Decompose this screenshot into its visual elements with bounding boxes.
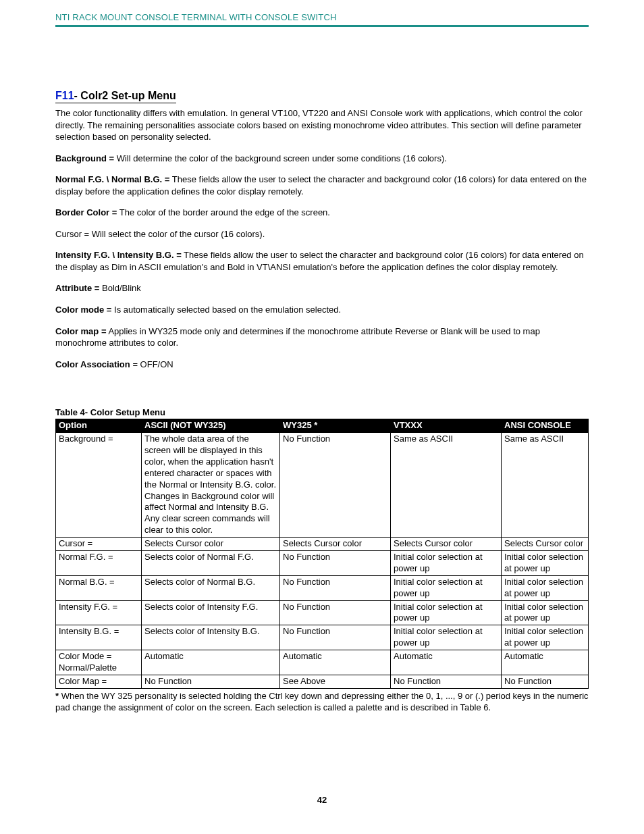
colormode-text: Is automatically selected based on the e…: [111, 305, 341, 315]
cell: Selects color of Intensity F.G.: [142, 600, 280, 625]
cell: No Function: [142, 675, 280, 688]
background-text: Will determine the color of the backgrou…: [114, 153, 447, 163]
cell: Initial color selection at power up: [391, 600, 502, 625]
background-label: Background =: [55, 153, 114, 163]
cell: Selects Cursor color: [391, 538, 502, 551]
table-row: Cursor = Selects Cursor color Selects Cu…: [56, 538, 589, 551]
cell: Initial color selection at power up: [502, 600, 589, 625]
cell: Intensity B.G. =: [56, 625, 142, 650]
attribute-line: Attribute = Bold/Blink: [55, 282, 589, 294]
cell: Initial color selection at power up: [502, 575, 589, 600]
table-row: Intensity F.G. = Selects color of Intens…: [56, 600, 589, 625]
cell: No Function: [391, 675, 502, 688]
attribute-label: Attribute =: [55, 283, 99, 293]
intensity-label: Intensity F.G. \ Intensity B.G. =: [55, 250, 182, 260]
cell: Intensity F.G. =: [56, 600, 142, 625]
cell: Initial color selection at power up: [391, 551, 502, 576]
table-row: Color Mode = Normal/Palette Automatic Au…: [56, 650, 589, 675]
cell: Color Mode = Normal/Palette: [56, 650, 142, 675]
cell: No Function: [280, 600, 391, 625]
cell: Normal F.G. =: [56, 551, 142, 576]
normalfgbg-label: Normal F.G. \ Normal B.G. =: [55, 174, 169, 184]
assoc-line: Color Association = OFF/ON: [55, 359, 589, 371]
th-vtxxx: VTXXX: [391, 419, 502, 433]
cell: Normal B.G. =: [56, 575, 142, 600]
table-row: Color Map = No Function See Above No Fun…: [56, 675, 589, 688]
cell: Selects Cursor color: [280, 538, 391, 551]
border-line: Border Color = The color of the border a…: [55, 207, 589, 219]
cell: Automatic: [142, 650, 280, 675]
color-setup-table: Option ASCII (NOT WY325) WY325 * VTXXX A…: [55, 419, 589, 689]
cell: Selects Cursor color: [502, 538, 589, 551]
cell: Initial color selection at power up: [502, 625, 589, 650]
table-row: Intensity B.G. = Selects color of Intens…: [56, 625, 589, 650]
cell: Color Map =: [56, 675, 142, 688]
cell: No Function: [280, 575, 391, 600]
th-ascii: ASCII (NOT WY325): [142, 419, 280, 433]
th-ansi: ANSI CONSOLE: [502, 419, 589, 433]
page-number: 42: [55, 795, 589, 805]
cell: Initial color selection at power up: [391, 625, 502, 650]
cell: No Function: [280, 625, 391, 650]
colormap-text: Applies in WY325 mode only and determine…: [55, 326, 540, 348]
cursor-line: Cursor = Will select the color of the cu…: [55, 228, 589, 240]
th-option: Option: [56, 419, 142, 433]
title-text: - Colr2 Set-up Menu: [74, 90, 176, 101]
border-label: Border Color =: [55, 207, 117, 217]
table-row: Normal F.G. = Selects color of Normal F.…: [56, 551, 589, 576]
page-header: NTI RACK MOUNT CONSOLE TERMINAL WITH CON…: [55, 0, 589, 27]
colormode-label: Color mode =: [55, 305, 111, 315]
cell: Background =: [56, 433, 142, 538]
cell: No Function: [280, 433, 391, 538]
cell: Automatic: [391, 650, 502, 675]
assoc-label: Color Association: [55, 359, 130, 369]
cell: Same as ASCII: [391, 433, 502, 538]
section-title: F11- Colr2 Set-up Menu: [55, 90, 176, 103]
colormap-label: Color map =: [55, 326, 107, 336]
table-footnote: * When the WY 325 personality is selecte…: [55, 690, 589, 714]
cell: Selects color of Normal B.G.: [142, 575, 280, 600]
cell: Selects color of Normal F.G.: [142, 551, 280, 576]
cell: Selects color of Intensity B.G.: [142, 625, 280, 650]
cell: Cursor =: [56, 538, 142, 551]
th-wy325: WY325 *: [280, 419, 391, 433]
cell: See Above: [280, 675, 391, 688]
table-caption: Table 4- Color Setup Menu: [55, 407, 589, 417]
cell: The whole data area of the screen will b…: [142, 433, 280, 538]
border-text: The color of the border around the edge …: [117, 207, 330, 217]
table-row: Background = The whole data area of the …: [56, 433, 589, 538]
background-line: Background = Will determine the color of…: [55, 153, 589, 165]
cell: Automatic: [502, 650, 589, 675]
cell: Automatic: [280, 650, 391, 675]
colormode-line: Color mode = Is automatically selected b…: [55, 304, 589, 316]
cell: Selects Cursor color: [142, 538, 280, 551]
page: NTI RACK MOUNT CONSOLE TERMINAL WITH CON…: [0, 0, 644, 832]
cell: No Function: [280, 551, 391, 576]
cell: No Function: [502, 675, 589, 688]
colormap-line: Color map = Applies in WY325 mode only a…: [55, 325, 589, 349]
normalfgbg-line: Normal F.G. \ Normal B.G. = These fields…: [55, 174, 589, 197]
attribute-text: Bold/Blink: [99, 283, 140, 293]
assoc-text: = OFF/ON: [130, 359, 173, 369]
intensity-line: Intensity F.G. \ Intensity B.G. = These …: [55, 249, 589, 273]
cell: Initial color selection at power up: [391, 575, 502, 600]
cell: Same as ASCII: [502, 433, 589, 538]
table-header-row: Option ASCII (NOT WY325) WY325 * VTXXX A…: [56, 419, 589, 433]
intro-paragraph: The color functionality differs with emu…: [55, 107, 589, 143]
title-link: F11: [55, 90, 74, 101]
footnote-text: When the WY 325 personality is selected …: [55, 691, 589, 713]
table-row: Normal B.G. = Selects color of Normal B.…: [56, 575, 589, 600]
cell: Initial color selection at power up: [502, 551, 589, 576]
